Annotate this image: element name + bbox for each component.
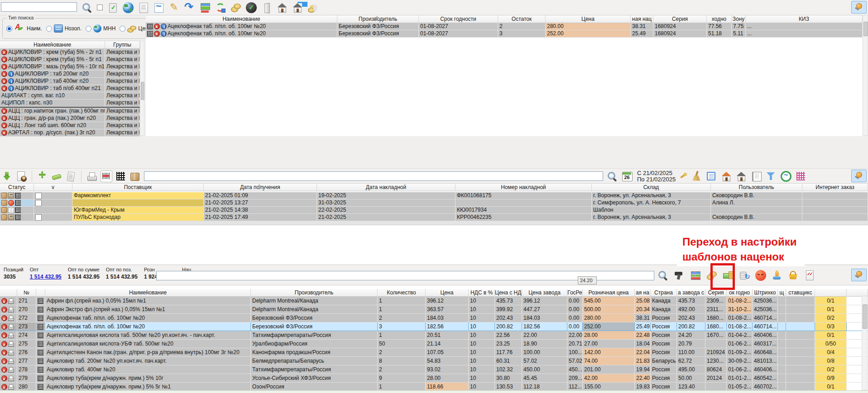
edit-icon[interactable] bbox=[169, 2, 180, 13]
column-header[interactable]: щ bbox=[778, 289, 786, 297]
invoice-search-input[interactable] bbox=[144, 171, 603, 181]
basket-icon[interactable] bbox=[788, 270, 799, 281]
globe-icon[interactable] bbox=[123, 2, 134, 13]
column-header[interactable]: Наименованиеᴧ bbox=[45, 289, 251, 297]
column-header[interactable]: Пользователь bbox=[711, 184, 802, 191]
search-type-option-drawer[interactable]: Нозол. bbox=[46, 24, 82, 33]
column-header[interactable]: ная нац bbox=[631, 15, 653, 23]
search-type-option-globe-sm[interactable]: МНН bbox=[86, 24, 115, 33]
column-header[interactable]: Группы bbox=[105, 41, 140, 49]
stacked-bars-icon[interactable] bbox=[200, 2, 211, 13]
search-icon[interactable] bbox=[607, 171, 618, 182]
drug-list-row[interactable]: АЦЦ : Лонг таб шип. 600мг n20Лекарства и… bbox=[0, 122, 140, 129]
calendar-icon[interactable]: 26 bbox=[622, 171, 633, 182]
column-header[interactable]: Поставщик bbox=[72, 184, 204, 191]
column-header[interactable]: Цена с НДС bbox=[495, 289, 522, 297]
stamp-icon[interactable] bbox=[772, 270, 782, 281]
column-header[interactable] bbox=[815, 289, 847, 297]
column-header[interactable]: Интернет заказ bbox=[802, 184, 868, 191]
column-header[interactable]: КИЗ bbox=[746, 15, 863, 23]
item-row[interactable]: 273Ацеклофенак таб. п/пл. об. 100мг №20Б… bbox=[0, 322, 868, 331]
home-wifi-icon[interactable] bbox=[292, 2, 303, 13]
drug-list-row[interactable]: АЦИКЛОВИР : крем (туба) 5% - 2г n1Лекарс… bbox=[0, 49, 140, 56]
package-icon[interactable] bbox=[129, 171, 140, 182]
column-header[interactable]: Остаток bbox=[498, 15, 546, 23]
qr-pink-icon[interactable] bbox=[796, 171, 806, 182]
table-row[interactable]: Ацеклофенак таб. п/пл. об. 100мг №20Бере… bbox=[146, 30, 863, 38]
toolbar-checkbox[interactable] bbox=[97, 5, 103, 10]
drug-list-row[interactable]: АЦИЛАКТ : супп. ваг. n10Лекарства и БАДы bbox=[0, 92, 140, 99]
item-row[interactable]: 271Африн фл.(спрей наз.) 0,05% 15мл №1De… bbox=[0, 297, 868, 305]
quick-search-input[interactable] bbox=[1, 2, 77, 12]
drug-list-row[interactable]: АЭРТАЛ : пор. д/сусп. (пак.) 3г n20Лекар… bbox=[0, 129, 140, 137]
import-arrow-icon[interactable] bbox=[2, 171, 13, 182]
drug-list-scrollbar[interactable] bbox=[140, 41, 144, 136]
invoice-row[interactable]: Фармкомплект21-02-2025 01:0919-02-2025ФК… bbox=[0, 192, 868, 199]
column-header[interactable]: Серия bbox=[653, 15, 707, 23]
home-icon[interactable] bbox=[277, 2, 288, 13]
drug-list-row[interactable]: АЦИКЛОВИР : таб п/об 400мг n21Лекарства … bbox=[0, 85, 140, 92]
item-row[interactable]: 272Ацеклофенак таб. п/пл. об. 100мг №20Б… bbox=[0, 314, 868, 322]
monitor-icon[interactable] bbox=[781, 171, 791, 182]
table-row[interactable]: Ацеклофенак таб. п/пл. об. 100мг №20Бере… bbox=[146, 23, 863, 30]
notebook-icon[interactable] bbox=[751, 171, 762, 182]
search-type-option-font[interactable]: Наим. bbox=[6, 23, 42, 34]
coins-home-icon[interactable] bbox=[307, 2, 318, 13]
item-row[interactable]: 277Ацикловир таб. 200мг №20 уп.конт.яч. … bbox=[0, 357, 868, 365]
column-header[interactable]: Розничная цена bbox=[583, 289, 635, 297]
column-header[interactable]: Статус bbox=[0, 184, 34, 191]
person-document-icon[interactable] bbox=[16, 171, 27, 182]
coins-icon[interactable] bbox=[230, 2, 241, 13]
column-header[interactable]: ходно bbox=[707, 15, 732, 23]
small-brush-icon[interactable] bbox=[680, 171, 687, 182]
items-scrollbar[interactable] bbox=[862, 296, 868, 390]
column-header[interactable] bbox=[0, 289, 17, 297]
column-header[interactable]: ставщикс bbox=[786, 289, 815, 297]
column-header[interactable]: Наименование bbox=[146, 15, 337, 23]
column-header[interactable]: Количество bbox=[378, 289, 426, 297]
column-header[interactable]: Штрихко bbox=[753, 289, 778, 297]
pin-button-items[interactable] bbox=[851, 269, 867, 281]
broom-icon[interactable] bbox=[691, 171, 702, 182]
column-header[interactable]: ок годно bbox=[727, 289, 753, 297]
column-header[interactable]: Производитель bbox=[251, 289, 378, 297]
column-header[interactable]: Склад bbox=[592, 184, 711, 191]
radio-drawer[interactable] bbox=[46, 26, 52, 32]
row-checkbox[interactable] bbox=[35, 193, 42, 199]
column-header[interactable]: № bbox=[17, 289, 36, 297]
item-row[interactable]: 276Ацетилцистеин Канон пак.(гран. д/приг… bbox=[0, 348, 868, 357]
drug-list-row[interactable]: АЦИКЛОВИР : мазь (туба) 5% - 10г n1Лекар… bbox=[0, 63, 140, 71]
column-header[interactable]: а завода с bbox=[677, 289, 705, 297]
checklist-icon[interactable] bbox=[804, 270, 815, 281]
totals-value[interactable]: 1 514 432.95 bbox=[30, 274, 62, 280]
column-header[interactable]: ая на bbox=[635, 289, 651, 297]
column-header[interactable] bbox=[36, 289, 45, 297]
angry-face-icon[interactable] bbox=[755, 270, 766, 281]
column-header[interactable]: Производительᴧ bbox=[337, 15, 419, 23]
markup-arrow-icon[interactable] bbox=[690, 270, 701, 281]
item-row[interactable]: 278Ацикловир таб. 400мг №20Татхимфармпре… bbox=[0, 365, 868, 374]
item-row[interactable]: 275Ацетилсалициловая кислота-УБФ таб. 50… bbox=[0, 340, 868, 348]
power-check-icon[interactable] bbox=[246, 2, 257, 13]
receipt-icon[interactable] bbox=[65, 171, 76, 182]
radio-globe-sm[interactable] bbox=[86, 26, 91, 32]
column-header[interactable]: Страна bbox=[651, 289, 677, 297]
column-header[interactable]: ГосРе bbox=[567, 289, 583, 297]
invoice-row[interactable]: ЮгФармМед - Крым21-02-2025 14:3822-02-20… bbox=[0, 207, 868, 214]
home-orange-icon[interactable] bbox=[721, 171, 732, 182]
column-header[interactable]: Зону bbox=[732, 15, 746, 23]
search-icon[interactable] bbox=[657, 270, 668, 281]
barcode-icon[interactable] bbox=[101, 170, 112, 182]
pin-button-top[interactable] bbox=[851, 1, 867, 14]
column-header[interactable]: v bbox=[34, 184, 72, 191]
row-checkbox[interactable] bbox=[35, 200, 42, 206]
column-header[interactable]: Дата накладной bbox=[317, 184, 456, 191]
notes-icon[interactable] bbox=[138, 2, 149, 13]
radio-font[interactable] bbox=[6, 26, 12, 32]
drug-list-row[interactable]: АЦИПОЛ : капс. n30Лекарства и БАДы bbox=[0, 99, 140, 108]
coins-refresh-icon[interactable] bbox=[739, 270, 750, 281]
remove-icon[interactable] bbox=[51, 171, 62, 182]
filter-icon[interactable] bbox=[766, 171, 777, 182]
item-row[interactable]: 279Ацикловир туба(крем д/наружн. прим.) … bbox=[0, 374, 868, 383]
row-checkbox[interactable] bbox=[35, 214, 42, 221]
